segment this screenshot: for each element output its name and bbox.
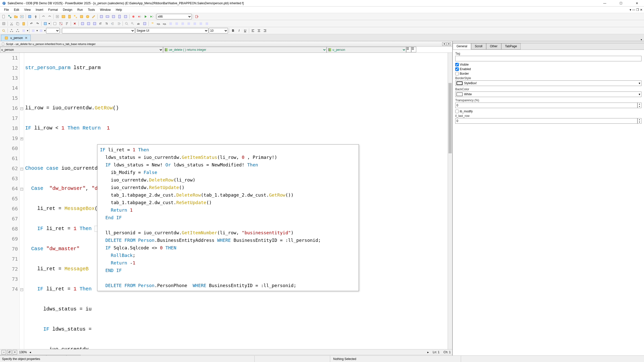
tag-input[interactable] bbox=[455, 56, 641, 61]
find-object-icon[interactable] bbox=[142, 21, 147, 26]
indent-left-icon[interactable] bbox=[110, 21, 116, 26]
menu-run[interactable]: Run bbox=[75, 7, 85, 13]
enabled-checkbox[interactable] bbox=[455, 67, 459, 71]
run-icon[interactable] bbox=[143, 14, 148, 19]
style-combo[interactable] bbox=[46, 28, 60, 33]
font-size-select[interactable]: 10 bbox=[209, 28, 228, 33]
il-last-row-input[interactable] bbox=[455, 118, 637, 124]
align-right-icon[interactable] bbox=[262, 28, 268, 33]
menu-window[interactable]: Window bbox=[97, 7, 113, 13]
preview-icon[interactable] bbox=[19, 14, 25, 19]
undo-icon[interactable] bbox=[41, 14, 46, 19]
code-text[interactable]: str_person_parm lstr_parm li_row = iuo_c… bbox=[24, 53, 448, 349]
tool7-icon[interactable] bbox=[186, 21, 192, 26]
menu-tools[interactable]: Tools bbox=[85, 7, 97, 13]
maximize-button[interactable]: ☐ bbox=[616, 2, 626, 5]
tab-tabpage[interactable]: TabPage bbox=[501, 43, 521, 50]
zoom-in-button[interactable]: + bbox=[13, 350, 17, 354]
file-tab-close-icon[interactable]: ✕ bbox=[25, 36, 27, 40]
undo2-icon[interactable]: ↶ bbox=[29, 21, 34, 26]
fold-toggle-64[interactable]: − bbox=[20, 188, 23, 191]
tool5-icon[interactable] bbox=[174, 21, 179, 26]
tab-general[interactable]: General bbox=[453, 43, 471, 50]
align-left-icon[interactable] bbox=[250, 28, 256, 33]
class-hier1-icon[interactable] bbox=[9, 28, 14, 33]
debug-bug-icon[interactable] bbox=[131, 14, 136, 19]
tool6-icon[interactable] bbox=[180, 21, 185, 26]
ib-modify-checkbox[interactable] bbox=[455, 110, 459, 113]
menu-help[interactable]: Help bbox=[113, 7, 125, 13]
full-build-icon[interactable] bbox=[105, 14, 110, 19]
replace-icon[interactable]: ab bbox=[136, 21, 141, 26]
redo-icon[interactable] bbox=[47, 14, 52, 19]
menu-file[interactable]: File bbox=[2, 7, 11, 13]
hscroll-left-icon[interactable]: ◂ bbox=[29, 350, 31, 354]
transparency-spinner[interactable]: ▴▾ bbox=[637, 103, 641, 108]
find-icon[interactable] bbox=[124, 21, 129, 26]
go-to-icon[interactable] bbox=[86, 21, 91, 26]
font-family-select[interactable]: Segoe UI bbox=[135, 28, 208, 33]
mdi-dropdown-icon[interactable]: ▾ bbox=[630, 8, 631, 12]
search-class-icon[interactable] bbox=[1, 28, 7, 33]
align-center-icon[interactable] bbox=[256, 28, 262, 33]
script-toggle2-icon[interactable]: ☰ bbox=[411, 47, 416, 52]
bold-icon[interactable]: B bbox=[230, 28, 236, 33]
library-icon[interactable] bbox=[27, 14, 32, 19]
output-icon[interactable] bbox=[79, 14, 84, 19]
db-profile-icon[interactable] bbox=[85, 14, 90, 19]
dropdown3-icon[interactable]: ▾ bbox=[36, 29, 38, 32]
find-next-icon[interactable] bbox=[130, 21, 135, 26]
script-close-button[interactable]: ✕ bbox=[447, 42, 451, 46]
cut-icon[interactable] bbox=[9, 21, 14, 26]
zoom-out-button[interactable]: − bbox=[2, 350, 6, 354]
il-last-row-spinner[interactable]: ▴▾ bbox=[637, 118, 641, 124]
menu-format[interactable]: Format bbox=[46, 7, 60, 13]
ancestor-select[interactable]: 📗 u_person bbox=[327, 47, 406, 53]
underline-icon[interactable]: U bbox=[242, 28, 248, 33]
comment-icon[interactable] bbox=[52, 21, 58, 26]
compile-icon[interactable] bbox=[168, 21, 173, 26]
platform-select[interactable]: x86 bbox=[157, 14, 192, 19]
clip-icon[interactable] bbox=[67, 14, 72, 19]
visible-checkbox[interactable] bbox=[455, 63, 459, 66]
tool8-icon[interactable] bbox=[192, 21, 198, 26]
redo2-icon[interactable]: ↷ bbox=[35, 21, 40, 26]
system-tree-icon[interactable] bbox=[73, 14, 78, 19]
project-icon[interactable] bbox=[117, 14, 122, 19]
fold-toggle-16[interactable]: − bbox=[20, 107, 23, 110]
object-select[interactable]: u_person bbox=[0, 47, 163, 53]
fold-toggle-74[interactable]: − bbox=[20, 288, 23, 291]
minimize-button[interactable]: ― bbox=[600, 2, 610, 5]
event-select[interactable]: 📗 ue_delete ( ) returns integer bbox=[163, 47, 327, 53]
zoom-reset-button[interactable]: ↺ bbox=[7, 350, 12, 354]
uncomment-icon[interactable] bbox=[58, 21, 64, 26]
copy-icon[interactable] bbox=[15, 21, 20, 26]
class-hier3-icon[interactable] bbox=[21, 28, 26, 33]
fmtA-icon[interactable] bbox=[30, 28, 36, 33]
menu-design[interactable]: Design bbox=[60, 7, 75, 13]
to-do-icon[interactable] bbox=[55, 14, 60, 19]
next-error-icon[interactable] bbox=[80, 21, 85, 26]
object-combo[interactable] bbox=[62, 28, 135, 33]
select-all-icon[interactable] bbox=[43, 21, 48, 26]
mdi-minimize-icon[interactable]: ― bbox=[632, 8, 635, 12]
scrollbar-thumb[interactable] bbox=[448, 83, 452, 153]
italic-icon[interactable]: I bbox=[236, 28, 242, 33]
script-dropdown-button[interactable]: ▾ bbox=[442, 42, 446, 46]
hscroll-right-icon[interactable]: ▸ bbox=[427, 350, 429, 354]
file-tab-u-person[interactable]: u_person ✕ bbox=[1, 35, 31, 41]
mdi-restore-icon[interactable]: ❐ bbox=[636, 8, 639, 12]
sql-icon[interactable]: SQL bbox=[156, 21, 161, 26]
tool9-icon[interactable] bbox=[198, 21, 204, 26]
backcolor-select[interactable]: White ▾ bbox=[455, 92, 641, 97]
border-checkbox[interactable] bbox=[455, 72, 459, 75]
tab-scroll[interactable]: Scroll bbox=[471, 43, 486, 50]
tool10-icon[interactable] bbox=[204, 21, 210, 26]
fold-toggle-62[interactable]: − bbox=[20, 168, 23, 170]
open-icon[interactable] bbox=[13, 14, 19, 19]
sort-icon[interactable] bbox=[64, 21, 70, 26]
close-button[interactable]: ✕ bbox=[632, 2, 642, 5]
close-script-icon[interactable]: ✕ bbox=[72, 21, 78, 26]
dropdown2-icon[interactable]: ▾ bbox=[27, 29, 28, 32]
vertical-scrollbar[interactable] bbox=[448, 53, 452, 349]
